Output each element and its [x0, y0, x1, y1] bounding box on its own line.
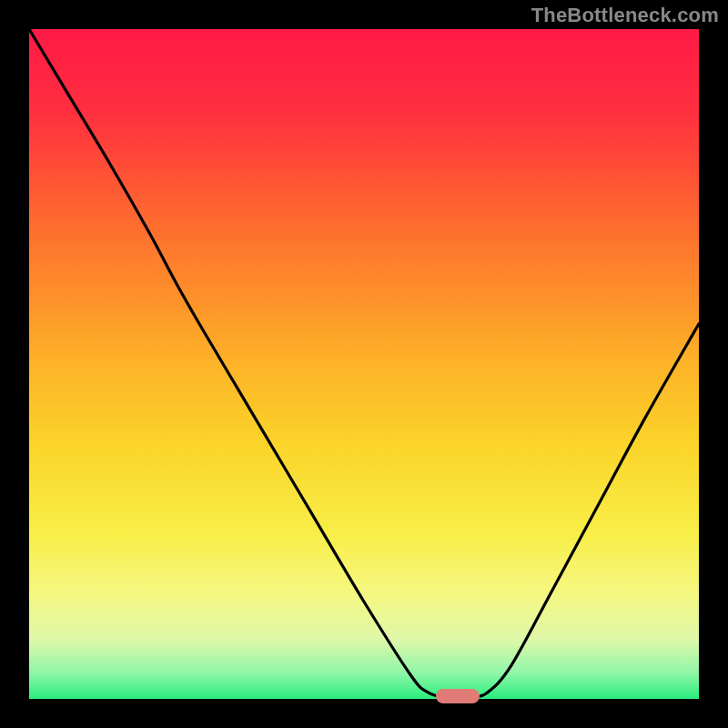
gradient-background [29, 29, 699, 699]
chart-container: TheBottleneck.com [0, 0, 728, 728]
optimum-marker [436, 689, 480, 703]
plot-area [29, 29, 699, 699]
chart-svg [29, 29, 699, 699]
attribution-text: TheBottleneck.com [531, 4, 719, 27]
